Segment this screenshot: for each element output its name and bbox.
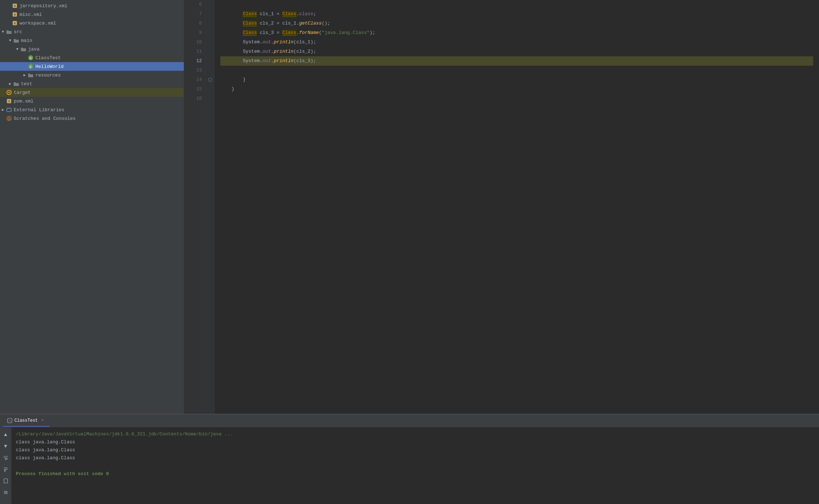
arrow-spacer	[0, 98, 6, 104]
code-line-14: }	[220, 75, 813, 84]
java-icon: C	[27, 55, 34, 61]
editor-area: 6 7 8 9 10 11 12 13 14 15 16	[184, 0, 819, 414]
xml-icon: X	[12, 11, 18, 18]
sidebar-label: java	[28, 47, 39, 52]
sidebar-label: target	[14, 90, 31, 95]
sidebar-item-scratches[interactable]: S Scratches and Consoles	[0, 114, 184, 123]
gutter-7	[206, 9, 214, 19]
folder-icon	[20, 46, 27, 52]
arrow-spacer	[0, 90, 6, 95]
code-line-8: Class cls_2 = cls_1.getClass();	[220, 19, 813, 28]
svg-rect-26	[4, 480, 7, 482]
sidebar-item-pom[interactable]: X pom.xml	[0, 97, 184, 105]
sidebar-label: ClassTest	[35, 55, 61, 61]
console-path-text: /Library/Java/JavaVirtualMachines/jdk1.8…	[16, 431, 233, 437]
soft-wrap-button[interactable]	[1, 453, 10, 462]
arrow-spacer	[6, 12, 12, 17]
console-tab-close[interactable]: ×	[40, 418, 45, 423]
line-num-13: 13	[184, 66, 205, 75]
sidebar-label: Scratches and Consoles	[14, 116, 76, 121]
arrow-spacer	[6, 20, 12, 26]
console-line-3: class java.lang.Class	[16, 454, 815, 462]
code-line-15: }	[220, 84, 813, 94]
console-tab-classtest[interactable]: > ClassTest ×	[3, 415, 49, 427]
console-output-1: class java.lang.Class	[16, 439, 75, 445]
sidebar-item-java[interactable]: ▼ java	[0, 45, 184, 53]
line-num-6: 6	[184, 0, 205, 9]
sidebar-item-jarrepository[interactable]: X jarrepository.xml	[0, 1, 184, 10]
sidebar-label: External Libraries	[14, 107, 64, 113]
line-num-11: 11	[184, 47, 205, 56]
target-icon	[6, 89, 12, 96]
code-line-10: System.out.println(cls_1);	[220, 38, 813, 47]
line-num-10: 10	[184, 38, 205, 47]
folder-icon	[13, 37, 20, 44]
gutter-9	[206, 28, 214, 38]
sidebar-label: main	[21, 38, 32, 43]
gutter-15	[206, 84, 214, 94]
gutter-14	[206, 75, 214, 84]
line-num-8: 8	[184, 19, 205, 28]
sidebar-label: workspace.xml	[20, 21, 56, 26]
sidebar-item-workspace[interactable]: X workspace.xml	[0, 19, 184, 27]
line-num-14: 14	[184, 75, 205, 84]
sidebar-label: resources	[35, 73, 61, 78]
ext-libs-icon	[6, 107, 12, 113]
sidebar-label: pom.xml	[14, 99, 34, 104]
scroll-up-button[interactable]: ▲	[1, 430, 10, 439]
code-line-9: Class cls_3 = Class.forName("java.lang.C…	[220, 28, 813, 38]
console-output-2: class java.lang.Class	[16, 447, 75, 453]
line-num-7: 7	[184, 9, 205, 19]
code-content[interactable]: Class cls_1 = Class.class; Class cls_2 =…	[214, 0, 819, 414]
gutter-12	[206, 56, 214, 66]
console-output[interactable]: /Library/Java/JavaVirtualMachines/jdk1.8…	[12, 427, 819, 504]
panel-content: ▲ ▼ /Library/Java/JavaVirtualMachines/jd…	[0, 427, 819, 504]
console-line-path: /Library/Java/JavaVirtualMachines/jdk1.8…	[16, 430, 815, 438]
line-num-16: 16	[184, 94, 205, 103]
autoscroll-button[interactable]	[1, 465, 10, 474]
xml-icon: X	[12, 3, 18, 9]
sidebar: X jarrepository.xml X misc.xml X workspa…	[0, 0, 184, 414]
sidebar-label: src	[14, 29, 22, 35]
arrow-spacer	[22, 64, 27, 69]
code-line-16	[220, 94, 813, 103]
sidebar-label: misc.xml	[20, 12, 42, 17]
svg-text:>: >	[9, 419, 11, 422]
code-line-13	[220, 66, 813, 75]
sidebar-item-helloworld[interactable]: C HelloWorld	[0, 62, 184, 71]
svg-point-11	[8, 92, 10, 93]
arrow-ext: ▶	[0, 107, 6, 113]
gutter-16	[206, 94, 214, 103]
code-line-6	[220, 0, 813, 9]
arrow-main: ▼	[7, 38, 13, 43]
sidebar-item-target[interactable]: target	[0, 88, 184, 97]
line-numbers: 6 7 8 9 10 11 12 13 14 15 16	[184, 0, 206, 414]
bottom-panel: > ClassTest × ▲ ▼ /Library/Java	[0, 414, 819, 504]
arrow-spacer	[0, 116, 6, 121]
sidebar-item-main[interactable]: ▼ main	[0, 36, 184, 45]
svg-rect-14	[7, 108, 11, 112]
svg-text:C: C	[30, 57, 32, 60]
print-button[interactable]	[1, 477, 10, 485]
xml-icon: X	[12, 20, 18, 26]
arrow-spacer	[6, 3, 12, 9]
gutter-8	[206, 19, 214, 28]
arrow-resources: ▶	[22, 72, 27, 78]
folder-icon	[27, 72, 34, 78]
settings-button[interactable]	[1, 488, 10, 497]
sidebar-item-classtest[interactable]: C ClassTest	[0, 53, 184, 62]
code-view[interactable]: 6 7 8 9 10 11 12 13 14 15 16	[184, 0, 819, 414]
code-line-12: System.out.println(cls_3);	[220, 56, 813, 66]
scroll-down-button[interactable]: ▼	[1, 442, 10, 451]
console-exit-text: Process finished with exit code 0	[16, 471, 109, 477]
sidebar-item-resources[interactable]: ▶ resources	[0, 71, 184, 79]
arrow-java: ▼	[14, 46, 20, 52]
console-line-2: class java.lang.Class	[16, 446, 815, 454]
sidebar-item-misc[interactable]: X misc.xml	[0, 10, 184, 19]
sidebar-item-test[interactable]: ▶ test	[0, 79, 184, 88]
folder-icon	[13, 81, 20, 87]
main-area: X jarrepository.xml X misc.xml X workspa…	[0, 0, 819, 414]
sidebar-item-external-libs[interactable]: ▶ External Libraries	[0, 105, 184, 114]
sidebar-item-src[interactable]: ▼ src	[0, 27, 184, 36]
gutter-11	[206, 47, 214, 56]
